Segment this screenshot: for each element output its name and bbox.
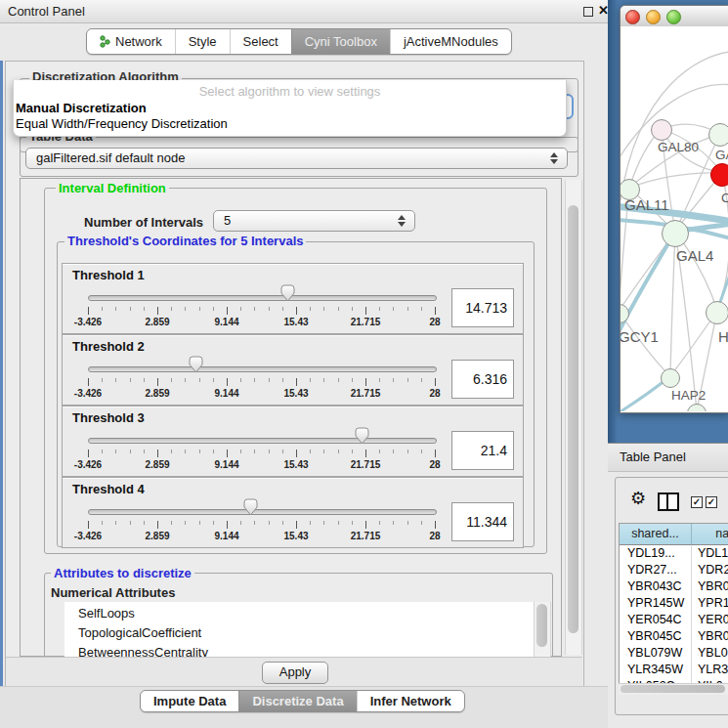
network-window-title-bar[interactable] bbox=[621, 6, 728, 27]
network-node[interactable] bbox=[662, 220, 689, 247]
scrollbar-thumb[interactable] bbox=[536, 604, 547, 647]
tick-mark bbox=[365, 378, 366, 386]
tick-mark bbox=[352, 378, 353, 382]
split-table-icon[interactable] bbox=[658, 492, 679, 511]
bottom-tab-impute-data[interactable]: Impute Data bbox=[141, 691, 238, 711]
table-cell[interactable]: YDL1 bbox=[698, 545, 728, 562]
tick-mark bbox=[88, 378, 89, 386]
tick-mark bbox=[240, 521, 241, 525]
table-cell[interactable]: YDR27... bbox=[627, 562, 691, 578]
tab-network[interactable]: Network bbox=[87, 29, 175, 54]
tick-mark bbox=[240, 378, 241, 382]
tick-mark bbox=[379, 378, 380, 382]
tick-mark bbox=[421, 521, 422, 525]
tick-mark bbox=[352, 307, 353, 311]
network-node[interactable] bbox=[651, 119, 672, 141]
table-cell[interactable]: YPR1 bbox=[698, 595, 728, 612]
dropdown-option-manual[interactable]: Manual Discretization bbox=[16, 101, 147, 115]
float-window-icon[interactable] bbox=[583, 7, 593, 17]
node-label: GAL4 bbox=[676, 247, 713, 264]
threshold-value-field[interactable]: 11.344 bbox=[451, 502, 514, 541]
table-cell[interactable]: YLR3 bbox=[698, 662, 728, 678]
threshold-value-field[interactable]: 6.316 bbox=[451, 360, 514, 399]
threshold-slider-track[interactable] bbox=[88, 366, 437, 372]
network-canvas[interactable]: GAL80GACGAL11GAL4GCY1HHAP2 bbox=[621, 26, 728, 411]
gear-icon[interactable]: ⚙ bbox=[630, 490, 646, 507]
checkbox-icon[interactable]: ✓ bbox=[691, 496, 703, 508]
network-node[interactable] bbox=[706, 301, 728, 324]
dropdown-hint: Select algorithm to view settings bbox=[14, 84, 566, 99]
tick-mark bbox=[88, 521, 89, 529]
table-cell[interactable]: YBR045C bbox=[627, 628, 691, 645]
tick-mark bbox=[323, 378, 324, 382]
dropdown-option-equal-width[interactable]: Equal Width/Frequency Discretization bbox=[16, 116, 228, 131]
threshold-slider-track[interactable] bbox=[88, 438, 437, 444]
table-header-name[interactable]: name bbox=[692, 524, 728, 545]
tab-label: Select bbox=[243, 29, 278, 54]
table-cell[interactable]: YER054C bbox=[627, 612, 691, 628]
tick-mark bbox=[213, 521, 214, 525]
slider-thumb[interactable] bbox=[189, 356, 203, 373]
column-divider bbox=[691, 545, 692, 684]
tab-jactivemnodules[interactable]: jActiveMNodules bbox=[390, 29, 511, 54]
attributes-list-scrollbar[interactable] bbox=[534, 602, 551, 657]
table-cell[interactable]: YPR145W bbox=[627, 595, 691, 612]
table-horizontal-scrollbar[interactable] bbox=[619, 683, 728, 695]
slider-thumb[interactable] bbox=[280, 284, 295, 302]
minimize-button[interactable] bbox=[646, 10, 661, 24]
table-cell[interactable]: YDL19... bbox=[627, 545, 691, 562]
table-cell[interactable]: YLR345W bbox=[627, 662, 691, 678]
close-button[interactable] bbox=[625, 10, 640, 24]
tab-style[interactable]: Style bbox=[175, 29, 230, 54]
attribute-item[interactable]: SelfLoops bbox=[78, 606, 135, 621]
attribute-item[interactable]: BetweennessCentrality bbox=[78, 645, 208, 657]
tick-label: -3.426 bbox=[64, 317, 112, 327]
tick-mark bbox=[227, 307, 228, 315]
numerical-attributes-list[interactable]: SelfLoopsTopologicalCoefficientBetweenne… bbox=[64, 602, 534, 657]
tick-mark bbox=[323, 521, 324, 525]
tick-mark bbox=[130, 450, 131, 453]
tab-select[interactable]: Select bbox=[230, 29, 291, 54]
settings-vertical-scrollbar[interactable] bbox=[565, 180, 582, 655]
checkbox-icon[interactable]: ✓ bbox=[706, 496, 717, 508]
threshold-slider-track[interactable] bbox=[88, 509, 437, 515]
network-node[interactable] bbox=[708, 123, 728, 147]
bottom-tab-bar: Impute DataDiscretize DataInfer Network bbox=[140, 690, 465, 712]
number-of-intervals-spinner[interactable]: 5 bbox=[213, 210, 415, 232]
bottom-tab-discretize-data[interactable]: Discretize Data bbox=[238, 691, 356, 711]
network-node[interactable] bbox=[661, 368, 680, 388]
thresholds-group-title: Threshold's Coordinates for 5 Intervals bbox=[64, 235, 306, 248]
slider-thumb[interactable] bbox=[355, 427, 369, 445]
slider-thumb[interactable] bbox=[243, 498, 258, 516]
table-cell[interactable]: YBL079W bbox=[627, 645, 691, 662]
attribute-item[interactable]: TopologicalCoefficient bbox=[78, 625, 201, 640]
numerical-attributes-label: Numerical Attributes bbox=[51, 585, 175, 600]
table-cell[interactable]: YDR2 bbox=[698, 562, 728, 578]
table-cell[interactable]: YBR0 bbox=[698, 628, 728, 645]
table-cell[interactable]: YER0 bbox=[698, 612, 728, 628]
tick-label: 15.43 bbox=[272, 317, 321, 327]
tick-mark bbox=[254, 378, 255, 382]
apply-button[interactable]: Apply bbox=[262, 662, 328, 684]
network-node[interactable] bbox=[710, 163, 728, 187]
attributes-group-title: Attributes to discretize bbox=[51, 567, 194, 580]
threshold-value-field[interactable]: 21.4 bbox=[451, 431, 514, 470]
scrollbar-thumb[interactable] bbox=[621, 685, 725, 693]
table-header-shared[interactable]: shared... bbox=[620, 524, 692, 545]
zoom-button[interactable] bbox=[666, 10, 681, 24]
table-cell[interactable]: YBR043C bbox=[627, 578, 691, 595]
tick-mark bbox=[407, 450, 408, 453]
bottom-tab-infer-network[interactable]: Infer Network bbox=[357, 691, 464, 711]
tick-mark bbox=[157, 307, 158, 315]
threshold-value-field[interactable]: 14.713 bbox=[451, 288, 514, 327]
tick-label: -3.426 bbox=[64, 388, 112, 399]
table-cell[interactable]: YBR0 bbox=[698, 578, 728, 595]
scrollbar-thumb[interactable] bbox=[568, 205, 578, 633]
node-table[interactable]: shared...nameYDL19...YDL1YDR27...YDR2YBR… bbox=[619, 523, 728, 685]
threshold-label: Threshold 2 bbox=[72, 339, 145, 354]
tab-cyni-toolbox[interactable]: Cyni Toolbox bbox=[291, 29, 390, 54]
table-cell[interactable]: YBL0 bbox=[698, 645, 728, 662]
threshold-slider-track[interactable] bbox=[88, 295, 437, 301]
table-data-combobox[interactable]: galFiltered.sif default node bbox=[25, 148, 568, 169]
threshold-label: Threshold 4 bbox=[72, 482, 145, 496]
